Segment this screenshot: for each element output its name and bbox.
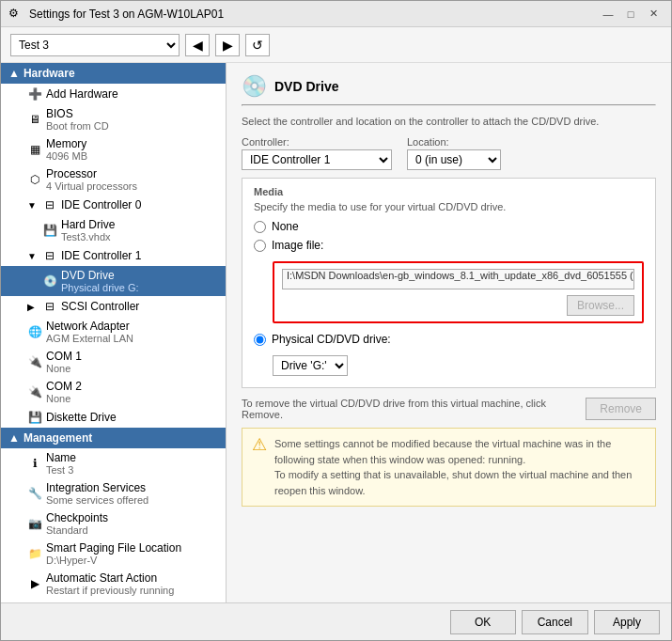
remove-row: To remove the virtual CD/DVD drive from … [242, 398, 656, 420]
memory-sub: 4096 MB [46, 150, 87, 162]
sidebar-item-name[interactable]: ℹ Name Test 3 [1, 448, 226, 478]
controller-location-row: Controller: IDE Controller 1 Location: 0… [242, 136, 656, 170]
hardware-section-header[interactable]: ▲ Hardware [1, 63, 226, 84]
remove-button[interactable]: Remove [586, 398, 656, 420]
controller-select[interactable]: IDE Controller 1 [242, 149, 392, 170]
com1-icon: 🔌 [27, 354, 42, 369]
image-file-radio[interactable] [254, 240, 266, 252]
sidebar-item-com1[interactable]: 🔌 COM 1 None [1, 347, 226, 377]
maximize-button[interactable]: □ [620, 6, 641, 23]
sidebar-item-processor[interactable]: ⬡ Processor 4 Virtual processors [1, 164, 226, 195]
name-sub: Test 3 [46, 464, 76, 476]
toolbar: Test 3 ◀ ▶ ↺ [1, 27, 671, 63]
sidebar-item-com2[interactable]: 🔌 COM 2 None [1, 377, 226, 407]
network-icon: 🌐 [27, 324, 42, 339]
warning-text: Some settings cannot be modified because… [274, 436, 646, 498]
hardware-collapse-icon: ▲ [8, 67, 20, 80]
processor-label: Processor [46, 167, 137, 180]
processor-icon: ⬡ [27, 172, 42, 187]
dvd-drive-label: DVD Drive [61, 269, 139, 282]
sidebar-item-diskette-drive[interactable]: 💾 Diskette Drive [1, 407, 226, 428]
warning-icon: ⚠ [252, 434, 267, 455]
automatic-start-sub: Restart if previously running [46, 585, 174, 596]
bios-label: BIOS [46, 107, 109, 120]
drive-select[interactable]: Drive 'G:' [273, 355, 348, 376]
sidebar-item-memory[interactable]: ▦ Memory 4096 MB [1, 134, 226, 164]
minimize-button[interactable]: — [598, 6, 618, 23]
management-section-header[interactable]: ▲ Management [1, 428, 226, 448]
none-label: None [272, 220, 299, 233]
panel-title: DVD Drive [274, 79, 338, 94]
window-controls: — □ ✕ [598, 6, 664, 23]
image-file-label: Image file: [272, 239, 323, 252]
sidebar-item-smart-paging[interactable]: 📁 Smart Paging File Location D:\Hyper-V [1, 539, 226, 569]
location-label: Location: [407, 136, 501, 148]
dvd-drive-icon: 💿 [42, 274, 57, 289]
apply-button[interactable]: Apply [594, 610, 660, 634]
image-file-input[interactable]: I:\MSDN Downloads\en-gb_windows_8.1_with… [282, 269, 634, 289]
com2-sub: None [46, 393, 82, 404]
media-box: Media Specify the media to use for your … [242, 178, 656, 388]
vm-select[interactable]: Test 3 [10, 34, 180, 56]
ide0-icon: ⊟ [42, 197, 57, 212]
automatic-start-icon: ▶ [27, 576, 42, 591]
ide0-expander[interactable]: ▼ [27, 200, 39, 211]
physical-drive-label: Physical CD/DVD drive: [272, 333, 391, 346]
panel-icon: 💿 [242, 74, 267, 99]
ide1-icon: ⊟ [42, 248, 57, 263]
checkpoints-icon: 📷 [27, 516, 42, 531]
controller-label: Controller: [242, 136, 392, 148]
sidebar-item-dvd-drive[interactable]: 💿 DVD Drive Physical drive G: [1, 266, 226, 296]
com1-sub: None [46, 363, 82, 374]
sidebar-item-ide-controller-1[interactable]: ▼ ⊟ IDE Controller 1 [1, 245, 226, 266]
integration-sub: Some services offered [46, 494, 148, 506]
sidebar-item-bios[interactable]: 🖥 BIOS Boot from CD [1, 104, 226, 134]
browse-button[interactable]: Browse... [567, 295, 634, 316]
sidebar-item-integration-services[interactable]: 🔧 Integration Services Some services off… [1, 478, 226, 508]
media-title: Media [254, 186, 644, 197]
settings-window: ⚙ Settings for Test 3 on AGM-W10LAP01 — … [0, 0, 672, 641]
panel-header: 💿 DVD Drive [242, 74, 656, 99]
sidebar-item-hard-drive[interactable]: 💾 Hard Drive Test3.vhdx [1, 215, 226, 245]
checkpoints-label: Checkpoints [46, 511, 108, 524]
refresh-button[interactable]: ↺ [245, 34, 270, 56]
memory-icon: ▦ [27, 142, 42, 157]
location-select[interactable]: 0 (in use) [407, 149, 501, 170]
management-label: Management [23, 431, 92, 445]
bios-icon: 🖥 [27, 112, 42, 127]
add-hardware-icon: ➕ [27, 86, 42, 102]
sidebar-item-ide-controller-0[interactable]: ▼ ⊟ IDE Controller 0 [1, 195, 226, 215]
forward-button[interactable]: ▶ [215, 34, 240, 56]
hard-drive-label: Hard Drive [61, 218, 115, 231]
ok-button[interactable]: OK [450, 610, 516, 634]
integration-label: Integration Services [46, 481, 148, 494]
com1-label: COM 1 [46, 350, 82, 363]
scsi-expander[interactable]: ▶ [27, 302, 39, 312]
cancel-button[interactable]: Cancel [522, 610, 588, 634]
panel-desc: Select the controller and location on th… [242, 116, 656, 127]
none-radio[interactable] [254, 221, 266, 233]
physical-drive-radio[interactable] [254, 334, 266, 346]
sidebar-item-checkpoints[interactable]: 📷 Checkpoints Standard [1, 508, 226, 539]
processor-sub: 4 Virtual processors [46, 180, 137, 192]
sidebar-item-scsi-controller[interactable]: ▶ ⊟ SCSI Controller [1, 296, 226, 317]
com2-icon: 🔌 [27, 384, 42, 399]
warning-box: ⚠ Some settings cannot be modified becau… [242, 428, 656, 507]
sidebar-item-network-adapter[interactable]: 🌐 Network Adapter AGM External LAN [1, 317, 226, 347]
scsi-label: SCSI Controller [61, 300, 218, 313]
remove-desc: To remove the virtual CD/DVD drive from … [242, 398, 586, 420]
bios-sub: Boot from CD [46, 120, 109, 132]
automatic-start-label: Automatic Start Action [46, 571, 174, 585]
com2-label: COM 2 [46, 380, 82, 393]
bottom-bar: OK Cancel Apply [1, 602, 671, 640]
ide1-label: IDE Controller 1 [61, 249, 218, 262]
close-button[interactable]: ✕ [643, 6, 664, 23]
right-panel: 💿 DVD Drive Select the controller and lo… [227, 63, 671, 602]
back-button[interactable]: ◀ [185, 34, 210, 56]
physical-drive-box: Drive 'G:' [273, 355, 644, 376]
sidebar-item-automatic-start[interactable]: ▶ Automatic Start Action Restart if prev… [1, 569, 226, 599]
hardware-label: Hardware [23, 67, 75, 80]
sidebar-item-add-hardware[interactable]: ➕ Add Hardware [1, 84, 226, 104]
hard-drive-sub: Test3.vhdx [61, 231, 115, 242]
ide1-expander[interactable]: ▼ [27, 251, 39, 261]
